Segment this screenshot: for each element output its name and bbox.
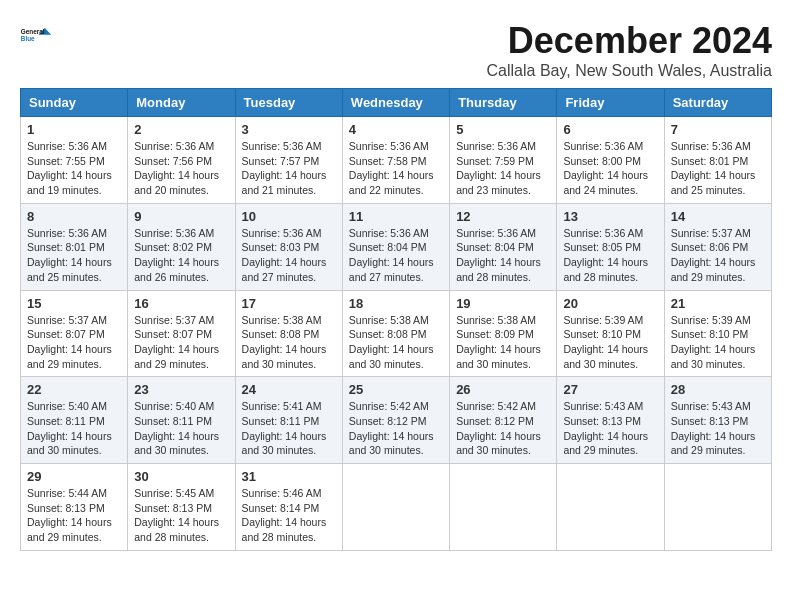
day-number: 6 [563,122,657,137]
calendar-row: 29Sunrise: 5:44 AMSunset: 8:13 PMDayligh… [21,464,772,551]
calendar-cell: 3Sunrise: 5:36 AMSunset: 7:57 PMDaylight… [235,117,342,204]
day-info: Sunrise: 5:37 AMSunset: 8:07 PMDaylight:… [134,313,228,372]
calendar-cell: 22Sunrise: 5:40 AMSunset: 8:11 PMDayligh… [21,377,128,464]
day-info: Sunrise: 5:36 AMSunset: 8:00 PMDaylight:… [563,139,657,198]
calendar-cell: 4Sunrise: 5:36 AMSunset: 7:58 PMDaylight… [342,117,449,204]
calendar-cell: 18Sunrise: 5:38 AMSunset: 8:08 PMDayligh… [342,290,449,377]
day-info: Sunrise: 5:45 AMSunset: 8:13 PMDaylight:… [134,486,228,545]
day-info: Sunrise: 5:39 AMSunset: 8:10 PMDaylight:… [671,313,765,372]
day-number: 10 [242,209,336,224]
day-info: Sunrise: 5:38 AMSunset: 8:08 PMDaylight:… [349,313,443,372]
day-info: Sunrise: 5:42 AMSunset: 8:12 PMDaylight:… [456,399,550,458]
calendar-cell [664,464,771,551]
calendar-cell: 9Sunrise: 5:36 AMSunset: 8:02 PMDaylight… [128,203,235,290]
calendar-table: Sunday Monday Tuesday Wednesday Thursday… [20,88,772,551]
day-number: 24 [242,382,336,397]
day-number: 2 [134,122,228,137]
calendar-cell: 16Sunrise: 5:37 AMSunset: 8:07 PMDayligh… [128,290,235,377]
day-number: 3 [242,122,336,137]
day-info: Sunrise: 5:36 AMSunset: 7:58 PMDaylight:… [349,139,443,198]
calendar-cell: 23Sunrise: 5:40 AMSunset: 8:11 PMDayligh… [128,377,235,464]
calendar-cell: 6Sunrise: 5:36 AMSunset: 8:00 PMDaylight… [557,117,664,204]
day-number: 20 [563,296,657,311]
logo: GeneralBlue [20,20,52,52]
day-number: 4 [349,122,443,137]
day-info: Sunrise: 5:40 AMSunset: 8:11 PMDaylight:… [134,399,228,458]
day-info: Sunrise: 5:36 AMSunset: 8:01 PMDaylight:… [27,226,121,285]
month-title: December 2024 [487,20,772,62]
day-number: 17 [242,296,336,311]
calendar-cell: 24Sunrise: 5:41 AMSunset: 8:11 PMDayligh… [235,377,342,464]
day-info: Sunrise: 5:43 AMSunset: 8:13 PMDaylight:… [671,399,765,458]
calendar-cell: 5Sunrise: 5:36 AMSunset: 7:59 PMDaylight… [450,117,557,204]
day-number: 25 [349,382,443,397]
calendar-cell: 14Sunrise: 5:37 AMSunset: 8:06 PMDayligh… [664,203,771,290]
col-wednesday: Wednesday [342,89,449,117]
calendar-cell: 21Sunrise: 5:39 AMSunset: 8:10 PMDayligh… [664,290,771,377]
calendar-cell: 10Sunrise: 5:36 AMSunset: 8:03 PMDayligh… [235,203,342,290]
day-info: Sunrise: 5:42 AMSunset: 8:12 PMDaylight:… [349,399,443,458]
day-number: 18 [349,296,443,311]
calendar-cell: 31Sunrise: 5:46 AMSunset: 8:14 PMDayligh… [235,464,342,551]
calendar-cell: 30Sunrise: 5:45 AMSunset: 8:13 PMDayligh… [128,464,235,551]
day-number: 21 [671,296,765,311]
day-info: Sunrise: 5:43 AMSunset: 8:13 PMDaylight:… [563,399,657,458]
day-number: 29 [27,469,121,484]
calendar-cell: 20Sunrise: 5:39 AMSunset: 8:10 PMDayligh… [557,290,664,377]
col-monday: Monday [128,89,235,117]
calendar-cell [557,464,664,551]
day-number: 15 [27,296,121,311]
calendar-cell: 2Sunrise: 5:36 AMSunset: 7:56 PMDaylight… [128,117,235,204]
calendar-cell: 25Sunrise: 5:42 AMSunset: 8:12 PMDayligh… [342,377,449,464]
day-number: 28 [671,382,765,397]
calendar-cell: 7Sunrise: 5:36 AMSunset: 8:01 PMDaylight… [664,117,771,204]
calendar-row: 15Sunrise: 5:37 AMSunset: 8:07 PMDayligh… [21,290,772,377]
day-number: 9 [134,209,228,224]
calendar-cell: 12Sunrise: 5:36 AMSunset: 8:04 PMDayligh… [450,203,557,290]
day-info: Sunrise: 5:36 AMSunset: 8:05 PMDaylight:… [563,226,657,285]
day-info: Sunrise: 5:38 AMSunset: 8:08 PMDaylight:… [242,313,336,372]
day-info: Sunrise: 5:38 AMSunset: 8:09 PMDaylight:… [456,313,550,372]
calendar-cell: 15Sunrise: 5:37 AMSunset: 8:07 PMDayligh… [21,290,128,377]
day-info: Sunrise: 5:36 AMSunset: 8:04 PMDaylight:… [349,226,443,285]
day-info: Sunrise: 5:44 AMSunset: 8:13 PMDaylight:… [27,486,121,545]
title-area: December 2024 Callala Bay, New South Wal… [487,20,772,80]
svg-text:Blue: Blue [21,35,35,42]
calendar-cell [342,464,449,551]
location-title: Callala Bay, New South Wales, Australia [487,62,772,80]
calendar-row: 8Sunrise: 5:36 AMSunset: 8:01 PMDaylight… [21,203,772,290]
calendar-cell: 26Sunrise: 5:42 AMSunset: 8:12 PMDayligh… [450,377,557,464]
day-number: 16 [134,296,228,311]
calendar-cell: 27Sunrise: 5:43 AMSunset: 8:13 PMDayligh… [557,377,664,464]
calendar-cell: 1Sunrise: 5:36 AMSunset: 7:55 PMDaylight… [21,117,128,204]
day-number: 27 [563,382,657,397]
day-info: Sunrise: 5:36 AMSunset: 7:59 PMDaylight:… [456,139,550,198]
day-number: 12 [456,209,550,224]
calendar-row: 22Sunrise: 5:40 AMSunset: 8:11 PMDayligh… [21,377,772,464]
day-info: Sunrise: 5:36 AMSunset: 8:02 PMDaylight:… [134,226,228,285]
day-number: 19 [456,296,550,311]
day-number: 30 [134,469,228,484]
day-info: Sunrise: 5:36 AMSunset: 7:57 PMDaylight:… [242,139,336,198]
day-number: 22 [27,382,121,397]
day-info: Sunrise: 5:37 AMSunset: 8:07 PMDaylight:… [27,313,121,372]
day-info: Sunrise: 5:41 AMSunset: 8:11 PMDaylight:… [242,399,336,458]
day-number: 31 [242,469,336,484]
calendar-row: 1Sunrise: 5:36 AMSunset: 7:55 PMDaylight… [21,117,772,204]
day-info: Sunrise: 5:36 AMSunset: 8:03 PMDaylight:… [242,226,336,285]
calendar-cell: 13Sunrise: 5:36 AMSunset: 8:05 PMDayligh… [557,203,664,290]
calendar-cell: 8Sunrise: 5:36 AMSunset: 8:01 PMDaylight… [21,203,128,290]
svg-text:General: General [21,28,45,35]
col-tuesday: Tuesday [235,89,342,117]
calendar-cell: 11Sunrise: 5:36 AMSunset: 8:04 PMDayligh… [342,203,449,290]
calendar-cell: 29Sunrise: 5:44 AMSunset: 8:13 PMDayligh… [21,464,128,551]
day-info: Sunrise: 5:37 AMSunset: 8:06 PMDaylight:… [671,226,765,285]
day-info: Sunrise: 5:36 AMSunset: 7:55 PMDaylight:… [27,139,121,198]
calendar-cell [450,464,557,551]
day-number: 1 [27,122,121,137]
day-number: 8 [27,209,121,224]
day-number: 23 [134,382,228,397]
calendar-cell: 19Sunrise: 5:38 AMSunset: 8:09 PMDayligh… [450,290,557,377]
col-saturday: Saturday [664,89,771,117]
day-info: Sunrise: 5:36 AMSunset: 8:01 PMDaylight:… [671,139,765,198]
